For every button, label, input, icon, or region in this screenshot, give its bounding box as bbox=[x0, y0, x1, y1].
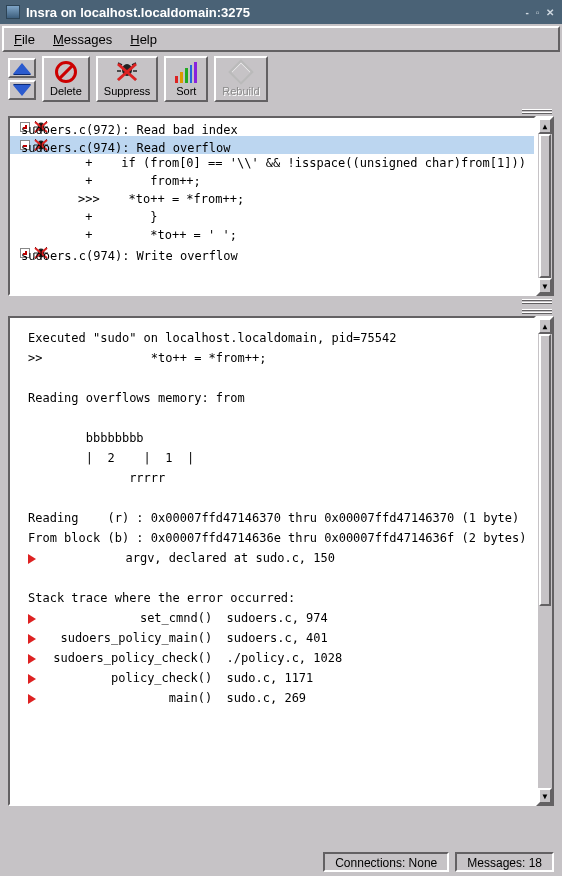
detail-diagram-line: rrrrr bbox=[28, 468, 516, 488]
detail-marker: >> *to++ = *from++; bbox=[28, 348, 516, 368]
suppress-button[interactable]: Suppress bbox=[96, 56, 158, 102]
toolbar: Delete Suppress Sort Rebuild bbox=[2, 52, 560, 106]
app-icon bbox=[6, 5, 20, 19]
status-bar: Connections: None Messages: 18 bbox=[2, 850, 560, 874]
message-text: + *to++ = ' '; bbox=[78, 228, 237, 242]
scroll-down-button[interactable]: ▼ bbox=[538, 278, 552, 294]
rebuild-icon bbox=[230, 61, 252, 83]
message-text: + if (from[0] == '\\' && !isspace((unsig… bbox=[78, 156, 526, 170]
scroll-up-button[interactable]: ▲ bbox=[538, 118, 552, 134]
delete-button[interactable]: Delete bbox=[42, 56, 90, 102]
expand-tri-icon[interactable] bbox=[28, 554, 36, 564]
rebuild-button[interactable]: Rebuild bbox=[214, 56, 267, 102]
detail-pane: Executed "sudo" on localhost.localdomain… bbox=[8, 316, 536, 806]
scroll-up-button[interactable]: ▲ bbox=[538, 318, 552, 334]
pane-handle-bot[interactable] bbox=[2, 306, 560, 316]
expand-tri-icon[interactable] bbox=[28, 694, 36, 704]
stack-frame[interactable]: policy_check() sudo.c, 1171 bbox=[28, 668, 516, 688]
message-text: >>> *to++ = *from++; bbox=[78, 192, 244, 206]
expand-icon[interactable]: sudoers.c(974): Write overflow bbox=[18, 246, 32, 260]
scrollbar-top[interactable]: ▲ ▼ bbox=[536, 116, 554, 296]
message-text: + from++; bbox=[78, 174, 201, 188]
detail-exec: Executed "sudo" on localhost.localdomain… bbox=[28, 328, 516, 348]
titlebar[interactable]: Insra on localhost.localdomain:3275 - ▫ … bbox=[0, 0, 562, 24]
stack-heading: Stack trace where the error occurred: bbox=[28, 588, 516, 608]
message-row[interactable]: + *to++ = ' '; bbox=[10, 226, 534, 244]
window-title: Insra on localhost.localdomain:3275 bbox=[26, 5, 526, 20]
message-row[interactable]: sudoers.c(972): Read bad index bbox=[10, 118, 534, 136]
message-row[interactable]: sudoers.c(974): Read overflow bbox=[10, 136, 534, 154]
expand-tri-icon[interactable] bbox=[28, 634, 36, 644]
message-row[interactable]: sudoers.c(974): Write overflow bbox=[10, 244, 534, 262]
menu-help[interactable]: Help bbox=[126, 30, 161, 49]
window-controls[interactable]: - ▫ ✕ bbox=[526, 7, 556, 18]
sort-button[interactable]: Sort bbox=[164, 56, 208, 102]
message-row[interactable]: + } bbox=[10, 208, 534, 226]
stack-frame[interactable]: main() sudo.c, 269 bbox=[28, 688, 516, 708]
detail-reading: Reading (r) : 0x00007ffd47146370 thru 0x… bbox=[28, 508, 516, 528]
arrow-up-icon bbox=[13, 63, 31, 74]
detail-fromblock: From block (b) : 0x00007ffd4714636e thru… bbox=[28, 528, 516, 548]
expand-tri-icon[interactable] bbox=[28, 614, 36, 624]
prev-button[interactable] bbox=[8, 58, 36, 78]
stack-frame[interactable]: sudoers_policy_check() ./policy.c, 1028 bbox=[28, 648, 516, 668]
detail-diagram-line: | 2 | 1 | bbox=[28, 448, 516, 468]
expand-icon[interactable]: sudoers.c(972): Read bad index bbox=[18, 120, 32, 134]
detail-diagram-line: bbbbbbbb bbox=[28, 428, 516, 448]
message-row[interactable]: >>> *to++ = *from++; bbox=[10, 190, 534, 208]
menu-messages[interactable]: Messages bbox=[49, 30, 116, 49]
menubar: File Messages Help bbox=[2, 26, 560, 52]
suppress-icon bbox=[116, 61, 138, 83]
stack-frame[interactable]: set_cmnd() sudoers.c, 974 bbox=[28, 608, 516, 628]
scrollbar-bottom[interactable]: ▲ ▼ bbox=[536, 316, 554, 806]
collapse-icon[interactable]: sudoers.c(974): Read overflow bbox=[18, 138, 32, 152]
arrow-down-icon bbox=[13, 85, 31, 96]
pane-splitter[interactable] bbox=[2, 296, 560, 306]
status-connections: Connections: None bbox=[323, 852, 449, 872]
detail-heading: Reading overflows memory: from bbox=[28, 388, 516, 408]
next-button[interactable] bbox=[8, 80, 36, 100]
message-row[interactable]: + if (from[0] == '\\' && !isspace((unsig… bbox=[10, 154, 534, 172]
expand-tri-icon[interactable] bbox=[28, 674, 36, 684]
stack-frame[interactable]: sudoers_policy_main() sudoers.c, 401 bbox=[28, 628, 516, 648]
message-row[interactable]: + from++; bbox=[10, 172, 534, 190]
scroll-down-button[interactable]: ▼ bbox=[538, 788, 552, 804]
pane-handle-top[interactable] bbox=[2, 106, 560, 116]
delete-icon bbox=[55, 61, 77, 83]
message-text: + } bbox=[78, 210, 157, 224]
status-messages: Messages: 18 bbox=[455, 852, 554, 872]
expand-tri-icon[interactable] bbox=[28, 654, 36, 664]
sort-icon bbox=[175, 61, 197, 83]
menu-file[interactable]: File bbox=[10, 30, 39, 49]
message-list-pane: sudoers.c(972): Read bad index sudoers.c… bbox=[8, 116, 536, 296]
detail-argv[interactable]: argv, declared at sudo.c, 150 bbox=[28, 548, 516, 568]
